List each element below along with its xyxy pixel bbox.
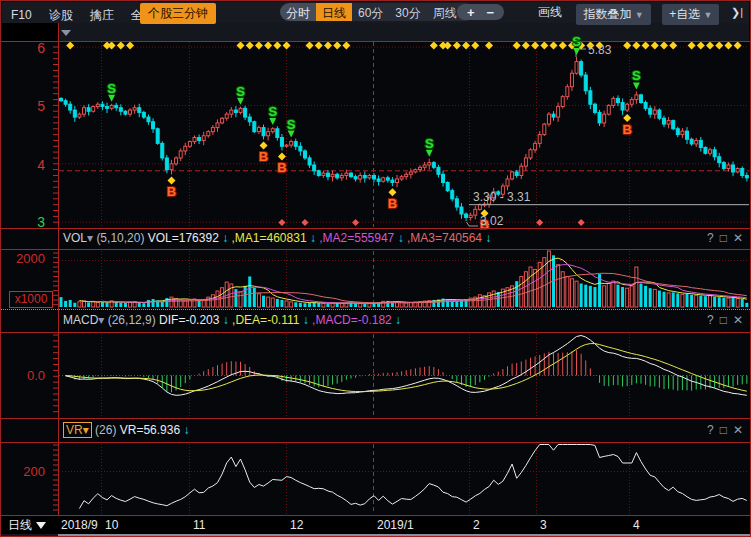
period-tab-日线[interactable]: 日线 [316, 3, 352, 21]
maximize-icon[interactable]: □ [720, 313, 727, 327]
header-segment: ↓ [485, 231, 491, 245]
close-icon[interactable]: ✕ [733, 423, 743, 437]
macd-panel-controls: ?□✕ [701, 313, 743, 327]
header-segment: ▾ [87, 231, 96, 245]
time-label-2: 2 [473, 518, 480, 532]
header-segment: ↓ [183, 423, 189, 437]
time-axis: 2018/91011122019/1234 [1, 516, 751, 534]
chevron-down-icon: ▼ [704, 10, 713, 20]
header-segment: ▾ [98, 313, 107, 327]
maximize-icon[interactable]: □ [720, 423, 727, 437]
index-overlay-button[interactable]: 指数叠加 ▼ [576, 4, 650, 25]
header-segment: (26) [92, 423, 120, 437]
add-watchlist-button[interactable]: +自选 ▼ [662, 4, 719, 25]
collapse-panel-icon[interactable]: ❯| [731, 4, 743, 21]
draw-line-button[interactable]: 画线 [538, 4, 562, 21]
time-label-11: 11 [193, 518, 205, 532]
low-price-annotation: 3.02 [480, 214, 503, 228]
svg-text:S: S [632, 68, 641, 83]
top-toolbar: F10诊股擒庄全景 个股三分钟 分时日线60分30分周线 ▼ +− 画线 指数叠… [2, 2, 749, 23]
header-segment: ,MA1=460831 [228, 231, 310, 245]
app-window: F10诊股擒庄全景 个股三分钟 分时日线60分30分周线 ▼ +− 画线 指数叠… [0, 0, 751, 537]
svg-text:B: B [167, 184, 176, 199]
close-icon[interactable]: ✕ [733, 313, 743, 327]
price-label-6: 6 [7, 40, 45, 56]
price-label-4: 4 [7, 157, 45, 173]
buy-range-annotation: 3.30 - 3.31 [473, 190, 530, 204]
svg-text:S: S [425, 136, 434, 151]
time-label-12: 12 [290, 518, 303, 532]
price-label-5: 5 [7, 98, 45, 114]
svg-text:B: B [622, 122, 631, 137]
header-segment: VOL [63, 231, 87, 245]
vol-panel-header[interactable]: VOL▾ (5,10,20) VOL=176392 ↓ ,MA1=460831 … [63, 231, 491, 249]
header-segment: VR▾ [63, 422, 92, 438]
header-segment: ,DEA=-0.111 [229, 313, 303, 327]
header-segment: VR=56.936 [120, 423, 184, 437]
period-tab-60分[interactable]: 60分 [352, 3, 389, 21]
chevron-down-icon: ▼ [635, 10, 644, 20]
time-label-2018/9: 2018/9 [61, 518, 98, 532]
zoom-in-button[interactable]: + [461, 5, 481, 20]
svg-text:S: S [107, 81, 116, 96]
vr-panel-header[interactable]: VR▾ (26) VR=56.936 ↓ [63, 423, 189, 441]
divider [1, 41, 750, 42]
zoom-control: +− [457, 4, 504, 20]
period-tab-30分[interactable]: 30分 [389, 3, 426, 21]
tab-擒庄[interactable]: 擒庄 [90, 7, 114, 24]
price-axis-line [58, 23, 59, 515]
vol-panel-controls: ?□✕ [701, 231, 743, 245]
header-segment: (26,12,9) [108, 313, 159, 327]
header-segment: ,MA3=740564 [404, 231, 486, 245]
time-label-10: 10 [105, 518, 118, 532]
macd-zero-label: 0.0 [7, 368, 45, 383]
svg-text:S: S [236, 84, 245, 99]
toolbar-right-group: 画线 指数叠加 ▼ +自选 ▼ ❯| [538, 4, 743, 25]
divider [1, 228, 750, 229]
macd-panel-header[interactable]: MACD▾ (26,12,9) DIF=-0.203 ↓ ,DEA=-0.111… [63, 313, 401, 331]
header-segment: ↓ [395, 313, 401, 327]
close-icon[interactable]: ✕ [733, 231, 743, 245]
maximize-icon[interactable]: □ [720, 231, 727, 245]
svg-text:B: B [259, 149, 268, 164]
zoom-out-button[interactable]: − [481, 5, 501, 20]
price-label-3: 3 [7, 214, 45, 230]
header-segment: (5,10,20) [96, 231, 147, 245]
divider [1, 249, 750, 250]
svg-text:S: S [268, 104, 277, 119]
svg-text:B: B [388, 196, 397, 211]
help-icon[interactable]: ? [707, 423, 714, 437]
header-segment: DIF=-0.203 [159, 313, 223, 327]
svg-text:B: B [277, 160, 286, 175]
vr-panel-controls: ?□✕ [701, 423, 743, 437]
period-tab-group: 分时日线60分30分周线 ▼ [280, 3, 475, 21]
help-icon[interactable]: ? [707, 313, 714, 327]
tab-诊股[interactable]: 诊股 [49, 7, 73, 24]
peak-price-annotation: 5.83 [588, 43, 611, 57]
charts-canvas: SBSBSBSBSBSBS [1, 1, 751, 537]
macd-panel-selection-border [1, 309, 750, 310]
divider [1, 332, 750, 333]
help-icon[interactable]: ? [707, 231, 714, 245]
header-segment: ,MACD=-0.182 [309, 313, 395, 327]
header-segment: VOL=176392 [148, 231, 222, 245]
time-label-2019/1: 2019/1 [377, 518, 414, 532]
time-label-3: 3 [540, 518, 547, 532]
arrow-down-icon [36, 522, 46, 529]
time-label-4: 4 [633, 518, 640, 532]
header-segment: MACD [63, 313, 98, 327]
stock-3min-button[interactable]: 个股三分钟 [140, 3, 216, 24]
vol-scale-label: 2000 [7, 251, 45, 266]
vol-unit-label: x1000 [9, 291, 53, 308]
divider [1, 418, 750, 419]
vr-scale-label: 200 [7, 464, 45, 479]
svg-text:S: S [287, 117, 296, 132]
tab-F10[interactable]: F10 [11, 8, 32, 22]
period-tab-分时[interactable]: 分时 [280, 3, 316, 21]
divider [1, 442, 750, 443]
period-indicator[interactable]: 日线 [2, 516, 58, 534]
header-segment: ,MA2=555947 [316, 231, 398, 245]
